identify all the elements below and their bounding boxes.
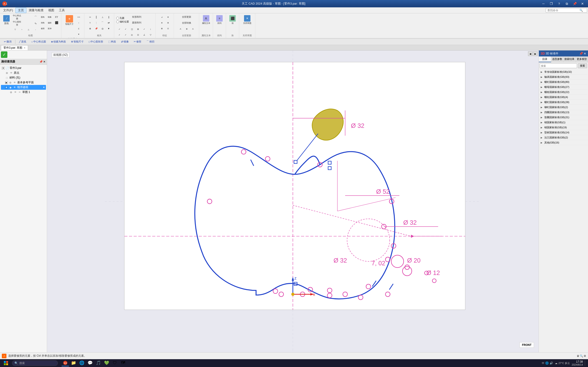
- draw-line-btn[interactable]: ╱ 直线: [1, 14, 11, 33]
- dim-angle-btn[interactable]: ∠: [76, 26, 82, 31]
- con-vert[interactable]: ║: [93, 14, 99, 20]
- smart4[interactable]: ⊞: [135, 26, 141, 32]
- search-input[interactable]: [547, 9, 579, 12]
- con-fix[interactable]: 📌: [93, 26, 99, 31]
- trim-btn[interactable]: ✂ 修剪: [132, 39, 143, 44]
- view-prev-btn[interactable]: ◀: [528, 51, 533, 56]
- draw-mirror-btn[interactable]: 镜像: [46, 14, 53, 20]
- menu-tools[interactable]: 工具: [57, 8, 67, 13]
- library-item-6[interactable]: ▶ 螺钉国家标准(GB)(38): [539, 100, 588, 105]
- baseplane-expand[interactable]: ▶: [5, 81, 8, 84]
- panel-pin-btn[interactable]: 📌: [39, 60, 43, 63]
- library-item-11[interactable]: ▶ 销国家标准(GB)(19): [539, 125, 588, 130]
- canvas-area[interactable]: 前视图 (XZ) Ø 32: [47, 50, 539, 352]
- taskbar-map-btn[interactable]: 🗺: [120, 360, 127, 366]
- rpanel-tab-catalog[interactable]: 目录: [539, 57, 551, 62]
- menu-file[interactable]: 文件(F): [1, 8, 15, 13]
- block-btn[interactable]: ⬛ 块: [227, 14, 238, 33]
- draw-extend-btn[interactable]: 延伸: [46, 26, 53, 31]
- draw-chamfer-btn[interactable]: 倒角: [40, 20, 46, 25]
- rpanel-close-btn[interactable]: ✕: [584, 52, 586, 55]
- library-item-14[interactable]: ▶ 其他(GB)(16): [539, 140, 588, 145]
- rpanel-tab-results[interactable]: 搜索结果: [563, 57, 576, 62]
- draw-extra1-btn[interactable]: ▽: [12, 27, 18, 32]
- close-btn[interactable]: ✕: [579, 1, 586, 6]
- library-item-12[interactable]: ▶ 型材国家标准(GB)(14): [539, 130, 588, 135]
- rect-array-btn[interactable]: 矩形阵列: [130, 14, 144, 20]
- smart10[interactable]: ⊡: [135, 32, 141, 38]
- sort-btn[interactable]: ≡ 排列: [214, 14, 225, 33]
- smart2[interactable]: ✓: [122, 26, 129, 32]
- library-search-btn[interactable]: 搜索: [578, 63, 587, 68]
- circ-array-btn[interactable]: 圆形阵列: [130, 20, 144, 25]
- doc-tab-close[interactable]: ✕: [24, 47, 26, 49]
- taskbar-cad-btn[interactable]: 天工: [61, 360, 69, 366]
- smart-dim-btn[interactable]: ⊕ 智能尺寸: [64, 14, 75, 33]
- library-item-9[interactable]: ▶ 垫圈国家标准(GB)(31): [539, 115, 588, 120]
- minimize-btn[interactable]: ─: [540, 1, 547, 6]
- menu-view[interactable]: 视图: [46, 8, 57, 13]
- con-tangent[interactable]: ⌒: [99, 20, 106, 25]
- feat4[interactable]: ⊞: [165, 20, 171, 25]
- taskbar-chat-btn[interactable]: 💬: [86, 360, 94, 366]
- tree-origin[interactable]: ⊕ 👁 原点: [1, 70, 46, 75]
- con-colinear[interactable]: ⋮: [93, 20, 99, 25]
- confirm-sketch-btn[interactable]: ✓: [1, 51, 7, 58]
- center-circle-btn[interactable]: ○ 中心和点圆: [29, 39, 48, 44]
- con-midpt[interactable]: ⊗: [87, 26, 93, 31]
- con-symm[interactable]: ⇄: [105, 20, 112, 25]
- tree-material[interactable]: □ 材料 (无): [1, 75, 46, 80]
- draw-arc-btn[interactable]: ⌒: [32, 14, 39, 20]
- smart11[interactable]: ∠: [141, 32, 147, 38]
- ann3[interactable]: A: [190, 26, 196, 32]
- draw-circle-btn[interactable]: 中心和点圆: [12, 14, 22, 20]
- taskbar-search[interactable]: 🔍 搜索: [12, 360, 58, 366]
- smart12[interactable]: ▽: [147, 32, 154, 38]
- dim-extra-btn[interactable]: ▼: [76, 32, 82, 37]
- con-coin[interactable]: ◎: [99, 26, 106, 31]
- center-rect-btn[interactable]: □ 中心面矩形: [87, 39, 105, 44]
- con-horiz[interactable]: ═: [87, 14, 93, 20]
- close-sketch-btn[interactable]: ✕ 关闭草图: [242, 14, 252, 33]
- library-item-8[interactable]: ▶ 挡圈国家标准(GB)(13): [539, 110, 588, 115]
- smart5[interactable]: ✓: [141, 26, 147, 32]
- restore-btn[interactable]: ❐: [548, 1, 555, 6]
- smart9[interactable]: ◎: [129, 32, 135, 38]
- feat5[interactable]: ⊠: [159, 26, 165, 31]
- library-search-input[interactable]: [540, 63, 577, 68]
- draw-point-btn[interactable]: ·: [32, 27, 39, 33]
- help-btn[interactable]: ?: [555, 1, 563, 6]
- smart3[interactable]: ◫: [129, 26, 135, 32]
- con-extra[interactable]: ▼: [105, 26, 112, 31]
- taskbar-wechat-btn[interactable]: 💚: [103, 360, 110, 366]
- taskbar-file-btn[interactable]: 📁: [70, 360, 77, 366]
- ann2[interactable]: ⊕: [184, 26, 190, 32]
- rpanel-tab-params[interactable]: 选型参数: [551, 57, 564, 62]
- taskbar-show-desktop-btn[interactable]: [585, 360, 586, 366]
- feat6[interactable]: ⊡: [165, 26, 171, 31]
- tree-sketch1[interactable]: ⊕ 👁 ✏ 草图 1: [1, 90, 46, 95]
- draw-extra2-btn[interactable]: ○: [19, 27, 25, 32]
- library-item-4[interactable]: ▶ 螺栓国家标准(GB)(22): [539, 90, 588, 95]
- search-icon[interactable]: 🔍: [579, 9, 583, 12]
- construct2-btn[interactable]: ⬚ 构造: [106, 39, 118, 44]
- doc-tab[interactable]: 零件3.par: 草图 ✕: [1, 45, 28, 50]
- float-btn[interactable]: ⧉: [563, 1, 571, 6]
- smart7[interactable]: ✓: [116, 32, 123, 38]
- library-item-5[interactable]: ▶ 螺柱国家标准(GB)(4): [539, 95, 588, 100]
- panel-close-btn[interactable]: ✕: [43, 60, 45, 63]
- draw-fillet-btn[interactable]: 圆角: [40, 14, 46, 20]
- rpanel-pin-btn[interactable]: 📌: [579, 52, 583, 55]
- smart6[interactable]: ↕: [147, 26, 154, 32]
- con-perp[interactable]: ⊥: [99, 14, 106, 20]
- attr-text-btn[interactable]: A 属性文本: [201, 14, 211, 33]
- draw-xy-btn[interactable]: XY: [53, 14, 60, 20]
- tree-root[interactable]: ▼ 📄 零件3.par: [1, 66, 46, 70]
- library-item-13[interactable]: ▶ 法兰国家标准(GB)(2): [539, 135, 588, 140]
- library-item-10[interactable]: ▶ 销国家标准(GB)(1): [539, 120, 588, 125]
- search-box[interactable]: 🔍: [546, 8, 587, 13]
- con-equal[interactable]: =: [87, 20, 93, 25]
- taskbar-music-btn[interactable]: 🎵: [95, 360, 102, 366]
- update-all-btn[interactable]: 全部更新: [177, 14, 196, 20]
- library-item-3[interactable]: ▶ 螺母国家标准(GB)(27): [539, 85, 588, 90]
